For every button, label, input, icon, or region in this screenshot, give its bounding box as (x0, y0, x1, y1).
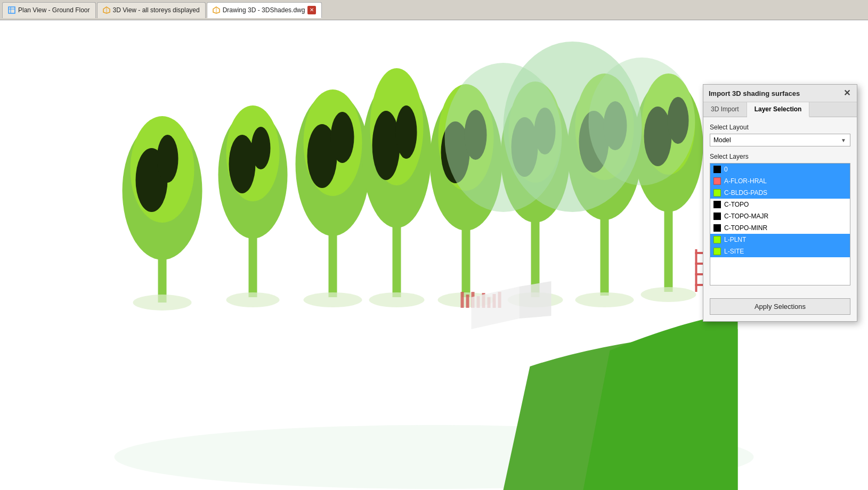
svg-point-50 (575, 292, 634, 307)
tab-3d-view-label: 3D View - all storeys displayed (113, 6, 200, 14)
svg-rect-69 (466, 295, 469, 308)
tab-close-button[interactable]: ✕ (307, 6, 316, 14)
tab-drawing-3d-label: Drawing 3D - 3DShades.dwg (223, 6, 305, 14)
svg-point-18 (252, 127, 271, 169)
svg-marker-77 (520, 281, 551, 318)
dialog-title: Import 3D shading surfaces (709, 89, 800, 97)
layer-color-swatch (713, 177, 721, 185)
tab-drawing-3d[interactable]: Drawing 3D - 3DShades.dwg ✕ (207, 2, 322, 18)
apply-selections-button[interactable]: Apply Selections (710, 298, 850, 315)
layout-select-wrapper: ModelLayout1Layout2 ▼ (710, 134, 850, 146)
layer-name: A-FLOR-HRAL (724, 177, 767, 185)
layer-name: C-TOPO-MAJR (724, 213, 768, 220)
svg-point-58 (445, 63, 562, 212)
layer-item[interactable]: L-PLNT (710, 234, 850, 246)
layer-name: L-PLNT (724, 236, 746, 243)
tab-3d-view[interactable]: 3D View - all storeys displayed (97, 2, 206, 18)
dialog-close-button[interactable]: ✕ (842, 89, 851, 97)
svg-rect-25 (329, 225, 337, 297)
plan-view-icon (8, 6, 15, 14)
layer-item[interactable]: A-FLOR-HRAL (710, 175, 850, 187)
layer-name: C-TOPO (724, 201, 749, 208)
svg-point-59 (589, 58, 695, 185)
select-layout-label: Select Layout (710, 124, 850, 131)
svg-point-32 (369, 292, 425, 307)
svg-point-26 (304, 292, 362, 307)
layer-item[interactable]: 0 (710, 164, 850, 175)
select-layers-label: Select Layers (710, 153, 850, 160)
layer-color-swatch (713, 213, 721, 220)
svg-point-29 (372, 111, 400, 180)
svg-rect-49 (601, 213, 609, 296)
import-dialog: Import 3D shading surfaces ✕ 3D Import L… (703, 84, 857, 322)
layer-name: C-BLDG-PADS (724, 189, 767, 197)
tab-plan-view[interactable]: Plan View - Ground Floor (2, 2, 96, 18)
layer-color-swatch (713, 248, 721, 255)
layer-color-swatch (713, 224, 721, 232)
svg-point-12 (157, 135, 179, 183)
layer-item[interactable]: L-SITE (710, 246, 850, 257)
dialog-tab-bar: 3D Import Layer Selection (703, 102, 857, 117)
3d-view-icon (103, 6, 110, 14)
layer-item[interactable]: C-TOPO (710, 199, 850, 210)
svg-rect-0 (9, 7, 15, 13)
layer-name: L-SITE (724, 248, 744, 255)
tab-3d-import[interactable]: 3D Import (703, 102, 747, 117)
tab-layer-selection[interactable]: Layer Selection (747, 102, 810, 117)
main-area: Import 3D shading surfaces ✕ 3D Import L… (0, 20, 868, 490)
layer-item[interactable]: C-TOPO-MINR (710, 222, 850, 234)
layer-color-swatch (713, 189, 721, 197)
layer-item[interactable]: C-BLDG-PADS (710, 187, 850, 199)
tab-bar: Plan View - Ground Floor 3D View - all s… (0, 0, 868, 20)
svg-point-30 (396, 105, 417, 159)
svg-rect-37 (462, 223, 470, 297)
layers-list[interactable]: 0A-FLOR-HRALC-BLDG-PADSC-TOPOC-TOPO-MAJR… (710, 163, 850, 285)
layer-color-swatch (713, 236, 721, 243)
layer-name: C-TOPO-MINR (724, 224, 767, 232)
tab-plan-view-label: Plan View - Ground Floor (18, 6, 90, 14)
svg-point-14 (133, 295, 192, 311)
svg-rect-55 (664, 207, 673, 292)
drawing-3d-icon (213, 6, 220, 14)
layer-item[interactable]: C-TOPO-MAJR (710, 210, 850, 222)
svg-rect-31 (393, 220, 401, 297)
svg-rect-13 (158, 239, 167, 303)
layer-color-swatch (713, 201, 721, 208)
svg-point-24 (331, 112, 354, 163)
svg-rect-68 (461, 292, 464, 308)
svg-rect-19 (249, 228, 257, 297)
layout-select[interactable]: ModelLayout1Layout2 (710, 134, 850, 146)
dialog-titlebar: Import 3D shading surfaces ✕ (703, 85, 857, 102)
layer-name: 0 (724, 166, 728, 173)
svg-point-56 (641, 287, 696, 302)
layer-color-swatch (713, 166, 721, 173)
dialog-body: Select Layout ModelLayout1Layout2 ▼ Sele… (703, 117, 857, 298)
svg-point-20 (226, 292, 280, 307)
